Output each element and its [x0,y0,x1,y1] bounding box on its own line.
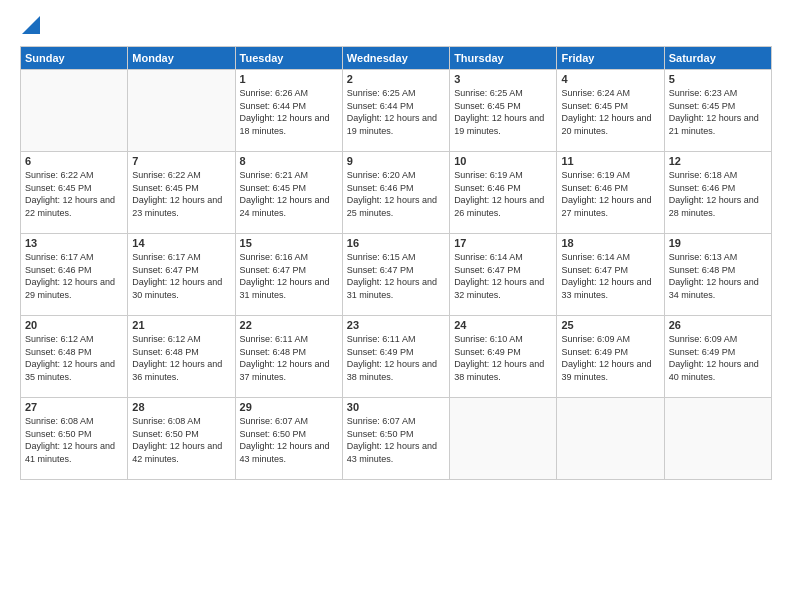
calendar-header-row: SundayMondayTuesdayWednesdayThursdayFrid… [21,47,772,70]
day-number: 12 [669,155,767,167]
calendar-cell: 22Sunrise: 6:11 AM Sunset: 6:48 PM Dayli… [235,316,342,398]
calendar-cell: 15Sunrise: 6:16 AM Sunset: 6:47 PM Dayli… [235,234,342,316]
day-info: Sunrise: 6:23 AM Sunset: 6:45 PM Dayligh… [669,87,767,137]
calendar-cell: 26Sunrise: 6:09 AM Sunset: 6:49 PM Dayli… [664,316,771,398]
calendar-table: SundayMondayTuesdayWednesdayThursdayFrid… [20,46,772,480]
day-info: Sunrise: 6:22 AM Sunset: 6:45 PM Dayligh… [25,169,123,219]
day-number: 9 [347,155,445,167]
day-number: 1 [240,73,338,85]
day-info: Sunrise: 6:13 AM Sunset: 6:48 PM Dayligh… [669,251,767,301]
day-info: Sunrise: 6:22 AM Sunset: 6:45 PM Dayligh… [132,169,230,219]
calendar-cell: 27Sunrise: 6:08 AM Sunset: 6:50 PM Dayli… [21,398,128,480]
day-number: 16 [347,237,445,249]
day-number: 21 [132,319,230,331]
logo [20,16,40,34]
week-row-3: 13Sunrise: 6:17 AM Sunset: 6:46 PM Dayli… [21,234,772,316]
calendar-cell: 3Sunrise: 6:25 AM Sunset: 6:45 PM Daylig… [450,70,557,152]
day-info: Sunrise: 6:25 AM Sunset: 6:44 PM Dayligh… [347,87,445,137]
day-info: Sunrise: 6:08 AM Sunset: 6:50 PM Dayligh… [132,415,230,465]
calendar-cell: 2Sunrise: 6:25 AM Sunset: 6:44 PM Daylig… [342,70,449,152]
day-number: 17 [454,237,552,249]
weekday-header-saturday: Saturday [664,47,771,70]
day-number: 7 [132,155,230,167]
calendar-cell: 7Sunrise: 6:22 AM Sunset: 6:45 PM Daylig… [128,152,235,234]
week-row-4: 20Sunrise: 6:12 AM Sunset: 6:48 PM Dayli… [21,316,772,398]
calendar-cell: 25Sunrise: 6:09 AM Sunset: 6:49 PM Dayli… [557,316,664,398]
calendar-cell: 14Sunrise: 6:17 AM Sunset: 6:47 PM Dayli… [128,234,235,316]
day-info: Sunrise: 6:09 AM Sunset: 6:49 PM Dayligh… [561,333,659,383]
day-number: 2 [347,73,445,85]
day-number: 3 [454,73,552,85]
calendar-cell [128,70,235,152]
weekday-header-tuesday: Tuesday [235,47,342,70]
day-number: 6 [25,155,123,167]
calendar-cell: 19Sunrise: 6:13 AM Sunset: 6:48 PM Dayli… [664,234,771,316]
calendar-cell: 4Sunrise: 6:24 AM Sunset: 6:45 PM Daylig… [557,70,664,152]
weekday-header-monday: Monday [128,47,235,70]
day-number: 23 [347,319,445,331]
svg-marker-0 [22,16,40,34]
day-number: 10 [454,155,552,167]
day-info: Sunrise: 6:12 AM Sunset: 6:48 PM Dayligh… [132,333,230,383]
day-number: 25 [561,319,659,331]
day-info: Sunrise: 6:14 AM Sunset: 6:47 PM Dayligh… [454,251,552,301]
weekday-header-wednesday: Wednesday [342,47,449,70]
calendar-cell: 9Sunrise: 6:20 AM Sunset: 6:46 PM Daylig… [342,152,449,234]
day-info: Sunrise: 6:15 AM Sunset: 6:47 PM Dayligh… [347,251,445,301]
day-number: 11 [561,155,659,167]
calendar-cell: 29Sunrise: 6:07 AM Sunset: 6:50 PM Dayli… [235,398,342,480]
calendar-cell: 1Sunrise: 6:26 AM Sunset: 6:44 PM Daylig… [235,70,342,152]
day-info: Sunrise: 6:10 AM Sunset: 6:49 PM Dayligh… [454,333,552,383]
calendar-cell [21,70,128,152]
week-row-5: 27Sunrise: 6:08 AM Sunset: 6:50 PM Dayli… [21,398,772,480]
day-info: Sunrise: 6:14 AM Sunset: 6:47 PM Dayligh… [561,251,659,301]
calendar-cell: 12Sunrise: 6:18 AM Sunset: 6:46 PM Dayli… [664,152,771,234]
day-number: 30 [347,401,445,413]
day-number: 4 [561,73,659,85]
day-number: 22 [240,319,338,331]
calendar-cell: 23Sunrise: 6:11 AM Sunset: 6:49 PM Dayli… [342,316,449,398]
day-info: Sunrise: 6:11 AM Sunset: 6:49 PM Dayligh… [347,333,445,383]
day-info: Sunrise: 6:11 AM Sunset: 6:48 PM Dayligh… [240,333,338,383]
header [20,16,772,34]
page: SundayMondayTuesdayWednesdayThursdayFrid… [0,0,792,612]
week-row-1: 1Sunrise: 6:26 AM Sunset: 6:44 PM Daylig… [21,70,772,152]
calendar-cell: 17Sunrise: 6:14 AM Sunset: 6:47 PM Dayli… [450,234,557,316]
day-info: Sunrise: 6:25 AM Sunset: 6:45 PM Dayligh… [454,87,552,137]
day-info: Sunrise: 6:07 AM Sunset: 6:50 PM Dayligh… [347,415,445,465]
day-info: Sunrise: 6:26 AM Sunset: 6:44 PM Dayligh… [240,87,338,137]
day-info: Sunrise: 6:19 AM Sunset: 6:46 PM Dayligh… [454,169,552,219]
day-info: Sunrise: 6:16 AM Sunset: 6:47 PM Dayligh… [240,251,338,301]
weekday-header-sunday: Sunday [21,47,128,70]
day-info: Sunrise: 6:17 AM Sunset: 6:47 PM Dayligh… [132,251,230,301]
calendar-cell: 28Sunrise: 6:08 AM Sunset: 6:50 PM Dayli… [128,398,235,480]
day-info: Sunrise: 6:08 AM Sunset: 6:50 PM Dayligh… [25,415,123,465]
calendar-cell: 6Sunrise: 6:22 AM Sunset: 6:45 PM Daylig… [21,152,128,234]
day-number: 18 [561,237,659,249]
day-info: Sunrise: 6:09 AM Sunset: 6:49 PM Dayligh… [669,333,767,383]
calendar-cell: 18Sunrise: 6:14 AM Sunset: 6:47 PM Dayli… [557,234,664,316]
week-row-2: 6Sunrise: 6:22 AM Sunset: 6:45 PM Daylig… [21,152,772,234]
day-info: Sunrise: 6:07 AM Sunset: 6:50 PM Dayligh… [240,415,338,465]
calendar-cell: 21Sunrise: 6:12 AM Sunset: 6:48 PM Dayli… [128,316,235,398]
day-info: Sunrise: 6:18 AM Sunset: 6:46 PM Dayligh… [669,169,767,219]
calendar-cell: 8Sunrise: 6:21 AM Sunset: 6:45 PM Daylig… [235,152,342,234]
calendar-cell: 10Sunrise: 6:19 AM Sunset: 6:46 PM Dayli… [450,152,557,234]
calendar-cell: 20Sunrise: 6:12 AM Sunset: 6:48 PM Dayli… [21,316,128,398]
calendar-cell: 16Sunrise: 6:15 AM Sunset: 6:47 PM Dayli… [342,234,449,316]
day-number: 15 [240,237,338,249]
day-info: Sunrise: 6:17 AM Sunset: 6:46 PM Dayligh… [25,251,123,301]
day-number: 27 [25,401,123,413]
day-number: 19 [669,237,767,249]
day-info: Sunrise: 6:12 AM Sunset: 6:48 PM Dayligh… [25,333,123,383]
calendar-cell [557,398,664,480]
day-number: 14 [132,237,230,249]
day-number: 5 [669,73,767,85]
day-info: Sunrise: 6:19 AM Sunset: 6:46 PM Dayligh… [561,169,659,219]
weekday-header-thursday: Thursday [450,47,557,70]
day-number: 26 [669,319,767,331]
calendar-cell [664,398,771,480]
day-info: Sunrise: 6:20 AM Sunset: 6:46 PM Dayligh… [347,169,445,219]
calendar-cell: 24Sunrise: 6:10 AM Sunset: 6:49 PM Dayli… [450,316,557,398]
day-number: 20 [25,319,123,331]
